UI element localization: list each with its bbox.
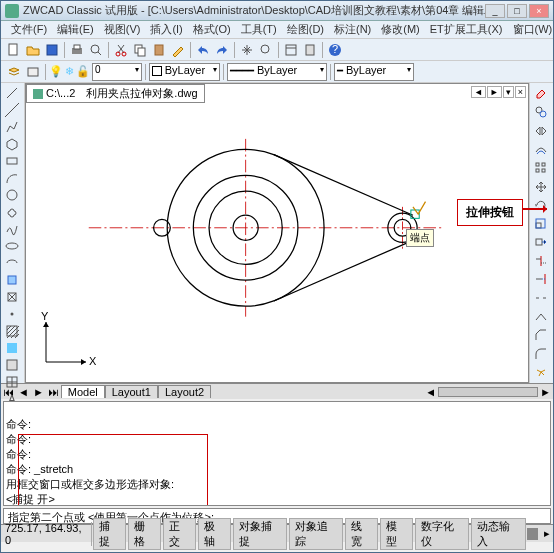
circle-icon[interactable] <box>3 187 21 203</box>
scale-icon[interactable] <box>532 215 550 233</box>
zoom-icon[interactable] <box>257 41 275 59</box>
preview-icon[interactable] <box>87 41 105 59</box>
status-tablet[interactable]: 数字化仪 <box>415 518 469 550</box>
prop-icon[interactable] <box>282 41 300 59</box>
status-otrack[interactable]: 对象追踪 <box>289 518 343 550</box>
status-tray-icon[interactable] <box>527 528 538 540</box>
menu-dim[interactable]: 标注(N) <box>330 21 375 38</box>
arc-icon[interactable] <box>3 170 21 186</box>
revcloud-icon[interactable] <box>3 204 21 220</box>
insert-icon[interactable] <box>3 272 21 288</box>
join-icon[interactable] <box>532 308 550 326</box>
svg-rect-20 <box>7 158 17 164</box>
status-grid[interactable]: 栅格 <box>128 518 161 550</box>
move-icon[interactable] <box>532 178 550 196</box>
spline-icon[interactable] <box>3 221 21 237</box>
undo-icon[interactable] <box>194 41 212 59</box>
save-icon[interactable] <box>43 41 61 59</box>
layer-mgr-icon[interactable] <box>5 63 23 81</box>
maximize-button[interactable]: □ <box>507 4 527 18</box>
close-button[interactable]: × <box>529 4 549 18</box>
pline-icon[interactable] <box>3 119 21 135</box>
stretch-icon[interactable] <box>532 234 550 252</box>
hatch-icon[interactable] <box>3 323 21 339</box>
tab-last-icon[interactable]: ⏭ <box>46 386 61 398</box>
menu-modify[interactable]: 修改(M) <box>377 21 424 38</box>
menu-et[interactable]: ET扩展工具(X) <box>426 21 507 38</box>
trim-icon[interactable] <box>532 252 550 270</box>
region-icon[interactable] <box>3 357 21 373</box>
bulb-icon[interactable]: 💡 <box>49 65 63 78</box>
status-snap[interactable]: 捕捉 <box>93 518 126 550</box>
ellipse-icon[interactable] <box>3 238 21 254</box>
pan-icon[interactable] <box>238 41 256 59</box>
status-chevron-icon[interactable]: ▸ <box>541 527 553 540</box>
calc-icon[interactable] <box>301 41 319 59</box>
freeze-icon[interactable]: ❄ <box>65 65 74 78</box>
status-dyn[interactable]: 动态输入 <box>471 518 525 550</box>
menu-view[interactable]: 视图(V) <box>100 21 145 38</box>
lineweight-select[interactable]: ━ ByLayer <box>334 63 414 81</box>
xline-icon[interactable] <box>3 102 21 118</box>
match-icon[interactable] <box>169 41 187 59</box>
tab-model[interactable]: Model <box>61 385 105 398</box>
break-icon[interactable] <box>532 289 550 307</box>
status-polar[interactable]: 极轴 <box>198 518 231 550</box>
explode-icon[interactable] <box>532 363 550 381</box>
open-icon[interactable] <box>24 41 42 59</box>
hscroll-right[interactable]: ► <box>538 386 553 398</box>
menu-format[interactable]: 格式(O) <box>189 21 235 38</box>
polygon-icon[interactable] <box>3 136 21 152</box>
array-icon[interactable] <box>532 159 550 177</box>
fillet-icon[interactable] <box>532 345 550 363</box>
svg-point-4 <box>91 45 99 53</box>
status-lwt[interactable]: 线宽 <box>345 518 378 550</box>
coordinates[interactable]: 725.17, 164.93, 0 <box>1 522 92 546</box>
paste-icon[interactable] <box>150 41 168 59</box>
status-model[interactable]: 模型 <box>380 518 413 550</box>
new-icon[interactable] <box>5 41 23 59</box>
block-icon[interactable] <box>3 289 21 305</box>
line-icon[interactable] <box>3 85 21 101</box>
tab-next-icon[interactable]: ► <box>31 386 46 398</box>
hscrollbar[interactable] <box>438 387 538 397</box>
status-bar: 725.17, 164.93, 0 捕捉 栅格 正交 极轴 对象捕捉 对象追踪 … <box>1 524 553 542</box>
lock-icon[interactable]: 🔓 <box>76 65 90 78</box>
menu-insert[interactable]: 插入(I) <box>146 21 186 38</box>
minimize-button[interactable]: _ <box>485 4 505 18</box>
gradient-icon[interactable] <box>3 340 21 356</box>
help-icon[interactable]: ? <box>326 41 344 59</box>
color-select[interactable]: ByLayer <box>149 63 220 81</box>
redo-icon[interactable] <box>213 41 231 59</box>
print-icon[interactable] <box>68 41 86 59</box>
point-icon[interactable] <box>3 306 21 322</box>
copy-icon[interactable] <box>131 41 149 59</box>
tab-layout1[interactable]: Layout1 <box>105 385 158 398</box>
rect-icon[interactable] <box>3 153 21 169</box>
erase-icon[interactable] <box>532 85 550 103</box>
drawing-canvas[interactable]: C:\...2 利用夹点拉伸对象.dwg ◄ ► ▾ × 端点 <box>25 83 529 383</box>
menu-draw[interactable]: 绘图(D) <box>283 21 328 38</box>
document-tab[interactable]: C:\...2 利用夹点拉伸对象.dwg <box>26 84 205 103</box>
status-osnap[interactable]: 对象捕捉 <box>233 518 287 550</box>
status-ortho[interactable]: 正交 <box>163 518 196 550</box>
menu-tools[interactable]: 工具(T) <box>237 21 281 38</box>
svg-text:X: X <box>89 355 96 367</box>
menu-file[interactable]: 文件(F) <box>7 21 51 38</box>
layer-prev-icon[interactable] <box>24 63 42 81</box>
menu-window[interactable]: 窗口(W) <box>509 21 554 38</box>
cut-icon[interactable] <box>112 41 130 59</box>
command-history[interactable]: 命令: 命令: 命令: 命令: _stretch 用框交窗口或框交多边形选择对象… <box>3 401 551 506</box>
mirror-icon[interactable] <box>532 122 550 140</box>
layer-select[interactable]: 0 <box>92 63 142 81</box>
menu-edit[interactable]: 编辑(E) <box>53 21 98 38</box>
copy2-icon[interactable] <box>532 104 550 122</box>
linetype-select[interactable]: ━━━━ ByLayer <box>227 63 327 81</box>
hscroll-left[interactable]: ◄ <box>423 386 438 398</box>
chamfer-icon[interactable] <box>532 326 550 344</box>
ellipsearc-icon[interactable] <box>3 255 21 271</box>
table-icon[interactable] <box>3 374 21 390</box>
extend-icon[interactable] <box>532 271 550 289</box>
tab-layout2[interactable]: Layout2 <box>158 385 211 398</box>
offset-icon[interactable] <box>532 141 550 159</box>
